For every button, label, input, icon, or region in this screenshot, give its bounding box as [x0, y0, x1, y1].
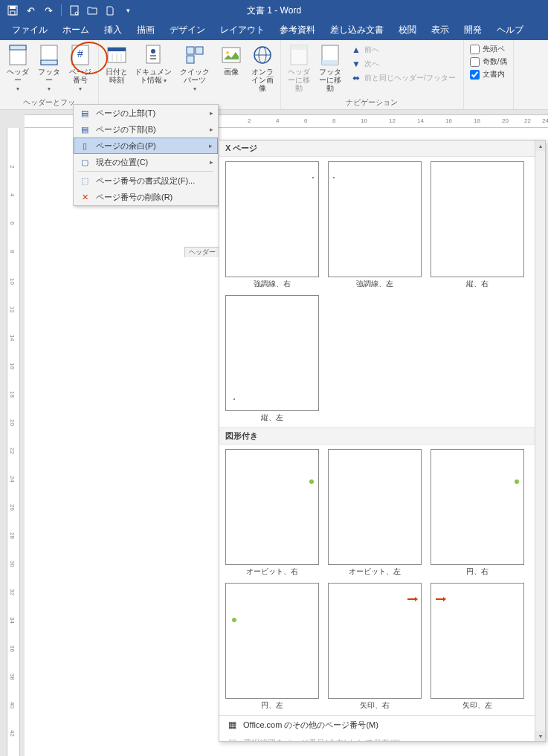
menu-format-page-numbers[interactable]: ⬚ページ番号の書式設定(F)... [74, 172, 218, 189]
redo-button[interactable]: ↷ [40, 2, 57, 19]
menu-top-of-page[interactable]: ▤ページの上部(T)▸ [74, 105, 218, 121]
svg-rect-8 [41, 60, 57, 65]
header-label: ヘッダー [7, 68, 29, 84]
svg-point-24 [226, 51, 229, 54]
group-label-nav: ナビゲーション [346, 97, 398, 109]
gallery-item-arrow-left[interactable]: 矢印、左 [429, 583, 526, 711]
next-icon: ▼ [351, 59, 361, 69]
tab-mailings[interactable]: 差し込み文書 [323, 21, 391, 40]
chk-odd-even[interactable]: 奇数/偶 [468, 56, 509, 68]
gallery-save-selection: ▤選択範囲をページ番号(余白) として保存(S) [219, 734, 545, 742]
page-number-menu: ▤ページの上部(T)▸ ▤ページの下部(B)▸ ▯ページの余白(P)▸ ▢現在の… [73, 104, 219, 206]
gallery-item-vertical-left[interactable]: 縦、左 [224, 295, 320, 423]
format-icon: ⬚ [78, 175, 91, 187]
gallery-more-office[interactable]: ▦Office.com のその他のページ番号(M) [219, 716, 545, 734]
docinfo-button[interactable]: ドキュメント情報 ▾ [133, 42, 173, 86]
chk-show-doc[interactable]: 文書内 [468, 68, 509, 80]
gallery-header-shapes: 図形付き [219, 427, 545, 445]
prev-label: 前へ [364, 45, 379, 55]
next-button: ▼次へ [348, 57, 459, 71]
gallery-item-circle-right[interactable]: 円、右 [429, 449, 526, 577]
tab-layout[interactable]: レイアウト [213, 21, 272, 40]
online-image-button[interactable]: オンライン画像 [248, 42, 277, 94]
undo-button[interactable]: ↶ [22, 2, 39, 19]
scroll-down-button[interactable]: ▾ [535, 731, 545, 741]
scroll-up-button[interactable]: ▴ [535, 140, 545, 151]
new-preview-button[interactable] [66, 2, 83, 19]
image-button[interactable]: 画像 [216, 42, 246, 77]
quickparts-label: クイック パーツ [180, 68, 210, 84]
gallery-item-emphasis-left[interactable]: 強調線、左 [326, 161, 423, 289]
gallery-item-circle-left[interactable]: 円、左 [224, 583, 320, 711]
tab-review[interactable]: 校閲 [391, 21, 424, 40]
ribbon: ヘッダー▾ フッター▾ # ページ番号▾ ヘッダーとフッ 日付と時刻 ドキュメン… [0, 40, 548, 110]
quickparts-icon [183, 43, 207, 67]
header-button[interactable]: ヘッダー▾ [3, 42, 33, 94]
datetime-icon [105, 43, 129, 67]
gallery-item-emphasis-right[interactable]: 強調線、右 [224, 161, 320, 289]
vertical-ruler[interactable]: 2 4 6 8 10 12 14 16 18 20 22 24 26 28 30… [7, 128, 20, 756]
ribbon-tabs: ファイル ホーム 挿入 描画 デザイン レイアウト 参考資料 差し込み文書 校閲… [0, 21, 548, 40]
image-icon [219, 43, 243, 67]
menu-separator [78, 171, 213, 172]
open-button[interactable] [84, 2, 100, 19]
page-number-label: ページ番号 [69, 68, 91, 84]
tab-design[interactable]: デザイン [162, 21, 213, 40]
footer-button[interactable]: フッター▾ [34, 42, 64, 94]
tab-draw[interactable]: 描画 [129, 21, 162, 40]
gallery-section-1: 強調線、右 強調線、左 縦、右 縦、左 [219, 157, 545, 427]
quickparts-button[interactable]: クイック パーツ▾ [175, 42, 215, 94]
save-button[interactable] [4, 2, 21, 19]
goto-header-label: ヘッダーに移動 [286, 68, 312, 92]
svg-rect-19 [150, 58, 156, 59]
online-image-label: オンライン画像 [249, 68, 276, 92]
gallery-header-x-page: X ページ [219, 140, 545, 157]
new-doc-button[interactable] [102, 2, 118, 19]
tab-view[interactable]: 表示 [424, 21, 457, 40]
header-tab[interactable]: ヘッダー [184, 247, 220, 257]
prev-button: ▲前へ [348, 43, 459, 56]
svg-rect-18 [150, 55, 156, 56]
goto-footer-label: フッターに移動 [317, 68, 344, 92]
tab-file[interactable]: ファイル [4, 21, 55, 40]
footer-icon [37, 43, 61, 67]
gallery-section-2: オービット、右 オービット、左 円、右 円、左 矢印、右 矢印、左 [219, 445, 545, 715]
margin-icon: ▯ [78, 140, 91, 152]
menu-page-margins[interactable]: ▯ページの余白(P)▸ [74, 138, 218, 154]
link-icon: ⬌ [351, 73, 361, 83]
docinfo-icon [141, 43, 165, 67]
svg-rect-3 [71, 6, 78, 15]
datetime-label: 日付と時刻 [103, 68, 130, 84]
tab-insert[interactable]: 挿入 [97, 21, 129, 40]
link-prev-label: 前と同じヘッダー/フッター [364, 73, 456, 83]
svg-rect-16 [146, 45, 160, 63]
gallery-scrollbar[interactable]: ▴ ▾ [535, 140, 545, 741]
tab-developer[interactable]: 開発 [457, 21, 489, 40]
gallery-item-arrow-right[interactable]: 矢印、右 [326, 583, 423, 711]
header-icon [6, 43, 30, 67]
svg-rect-12 [108, 48, 126, 51]
group-navigation: ヘッダーに移動 フッターに移動 ▲前へ ▼次へ ⬌前と同じヘッダー/フッター ナ… [281, 40, 464, 109]
chevron-right-icon: ▸ [209, 142, 213, 149]
menu-remove-page-numbers[interactable]: ✕ページ番号の削除(R) [74, 189, 218, 205]
tab-references[interactable]: 参考資料 [272, 21, 323, 40]
datetime-button[interactable]: 日付と時刻 [102, 42, 132, 85]
document-title: 文書 1 - Word [247, 4, 301, 17]
tab-help[interactable]: ヘルプ [489, 21, 531, 40]
office-icon: ▦ [225, 719, 239, 731]
menu-bottom-of-page[interactable]: ▤ページの下部(B)▸ [74, 121, 218, 138]
current-icon: ▢ [78, 156, 91, 168]
qat-dropdown[interactable]: ▾ [120, 2, 136, 19]
gallery-item-orbit-left[interactable]: オービット、左 [326, 449, 423, 577]
gallery-item-vertical-right[interactable]: 縦、右 [429, 161, 526, 289]
page-number-button[interactable]: # ページ番号▾ [65, 42, 95, 94]
save-sel-icon: ▤ [225, 737, 239, 742]
svg-point-4 [75, 12, 78, 15]
separator [61, 4, 62, 16]
group-header-footer: ヘッダー▾ フッター▾ # ページ番号▾ ヘッダーとフッ [0, 40, 99, 109]
chk-first-page[interactable]: 先頭ペ [468, 43, 509, 55]
gallery-item-orbit-right[interactable]: オービット、右 [224, 449, 320, 577]
menu-current-position[interactable]: ▢現在の位置(C)▸ [74, 154, 218, 170]
goto-footer-button[interactable]: フッターに移動 [315, 42, 345, 94]
tab-home[interactable]: ホーム [55, 21, 97, 40]
